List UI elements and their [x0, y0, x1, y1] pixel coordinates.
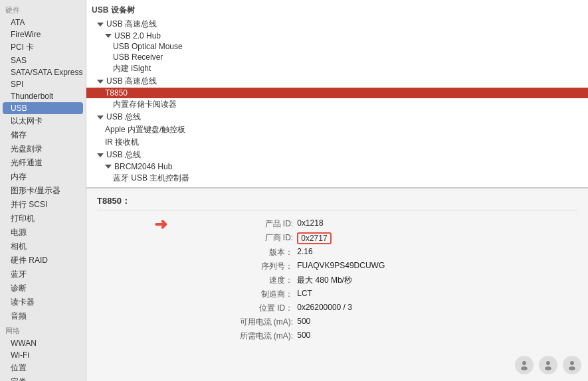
- field-label: 厂商 ID:: [97, 231, 297, 246]
- svg-point-2: [546, 361, 550, 365]
- table-row: 版本： 2.16: [97, 246, 577, 260]
- field-value: 0x1218: [297, 217, 577, 231]
- expand-icon-3: [97, 80, 104, 84]
- sidebar-item-power[interactable]: 电源: [0, 226, 86, 240]
- sidebar-item-printer[interactable]: 打印机: [0, 212, 86, 226]
- sidebar-item-firewire[interactable]: FireWire: [0, 29, 86, 40]
- tree-node-label: USB 高速总线: [106, 76, 157, 87]
- sidebar-item-scsi[interactable]: 并行 SCSI: [0, 198, 86, 212]
- icon-person-1[interactable]: [515, 356, 534, 374]
- field-label: 版本：: [97, 246, 297, 260]
- field-value-highlighted: 0x2717: [297, 231, 577, 246]
- sidebar-item-storage[interactable]: 储存: [0, 128, 86, 142]
- main-content: USB 设备树 USB 高速总线 USB 2.0 Hub USB Optical…: [86, 0, 588, 381]
- tree-leaf-label: 内建 iSight: [113, 63, 151, 74]
- bottom-icons: [515, 356, 581, 374]
- tree-leaf-label: USB Optical Mouse: [113, 42, 183, 51]
- sidebar-item-spi[interactable]: SPI: [0, 78, 86, 90]
- sidebar-item-memory[interactable]: 内存: [0, 170, 86, 184]
- table-row: 产品 ID: 0x1218: [97, 217, 577, 231]
- tree-node-brcm-hub[interactable]: BRCM2046 Hub: [86, 161, 588, 172]
- sidebar-item-thunderbolt[interactable]: Thunderbolt: [0, 90, 86, 102]
- tree-leaf-label: 蓝牙 USB 主机控制器: [113, 173, 189, 184]
- network-section-label: 网络: [0, 323, 86, 337]
- tree-node-label: USB 总线: [106, 112, 141, 123]
- usb-tree-panel: USB 设备树 USB 高速总线 USB 2.0 Hub USB Optical…: [86, 0, 588, 188]
- sidebar-item-fiber[interactable]: 光纤通道: [0, 156, 86, 170]
- tree-node-card-reader[interactable]: 内置存储卡阅读器: [86, 98, 588, 111]
- field-label: 可用电流 (mA):: [97, 315, 297, 329]
- sidebar-item-volumes[interactable]: 宗卷: [0, 375, 86, 381]
- field-value: LCT: [297, 287, 577, 301]
- tree-node-optical-mouse[interactable]: USB Optical Mouse: [86, 41, 588, 52]
- tree-node-label: USB 总线: [106, 149, 141, 161]
- tree-leaf-label: Apple 内置键盘/触控板: [105, 124, 185, 135]
- tree-node-usb-highspeed-2[interactable]: USB 高速总线: [86, 75, 588, 88]
- sidebar-item-cardreader[interactable]: 读卡器: [0, 295, 86, 309]
- hardware-section-label: 硬件: [0, 3, 86, 17]
- tree-node-label: USB 高速总线: [106, 19, 157, 30]
- table-row: 可用电流 (mA): 500: [97, 315, 577, 329]
- tree-node-usb-bus-1[interactable]: USB 总线: [86, 111, 588, 123]
- sidebar-item-sata[interactable]: SATA/SATA Express: [0, 66, 86, 78]
- table-row: 所需电流 (mA): 500: [97, 329, 577, 343]
- field-value: 最大 480 Mb/秒: [297, 273, 577, 287]
- detail-table: 产品 ID: 0x1218 厂商 ID: 0x2717 版本： 2.16: [97, 217, 577, 343]
- table-row: 位置 ID： 0x26200000 / 3: [97, 301, 577, 315]
- field-value: FUAQVK9PS49DCUWG: [297, 260, 577, 273]
- sidebar: 硬件 ATA FireWire PCI 卡 SAS SATA/SATA Expr…: [0, 0, 86, 381]
- field-value: 500: [297, 329, 577, 343]
- red-arrow-indicator: ➜: [154, 216, 167, 232]
- detail-title: T8850：: [97, 195, 577, 210]
- svg-point-1: [521, 366, 528, 370]
- sidebar-item-camera[interactable]: 相机: [0, 240, 86, 254]
- tree-node-usb2hub[interactable]: USB 2.0 Hub: [86, 31, 588, 41]
- detail-panel: ➜ T8850： 产品 ID: 0x1218 厂商 ID: 0x2717: [86, 189, 588, 381]
- sidebar-item-ethernet[interactable]: 以太网卡: [0, 114, 86, 128]
- sidebar-item-graphics[interactable]: 图形卡/显示器: [0, 184, 86, 198]
- tree-leaf-label: USB Receiver: [113, 52, 163, 62]
- field-label: 速度：: [97, 273, 297, 287]
- tree-leaf-label: IR 接收机: [105, 137, 139, 148]
- sidebar-item-disc[interactable]: 光盘刻录: [0, 142, 86, 156]
- tree-node-label: BRCM2046 Hub: [114, 162, 172, 171]
- tree-leaf-label: 内置存储卡阅读器: [113, 99, 177, 110]
- sidebar-item-bluetooth[interactable]: 蓝牙: [0, 267, 86, 281]
- sidebar-item-sas[interactable]: SAS: [0, 54, 86, 66]
- field-label: 位置 ID：: [97, 301, 297, 315]
- tree-node-bt-controller[interactable]: 蓝牙 USB 主机控制器: [86, 172, 588, 185]
- expand-icon-5: [97, 153, 104, 157]
- svg-point-4: [570, 361, 574, 365]
- sidebar-item-usb[interactable]: USB: [3, 102, 83, 114]
- field-label: 制造商：: [97, 287, 297, 301]
- tree-node-usb-bus-2[interactable]: USB 总线: [86, 149, 588, 161]
- icon-person-3[interactable]: [563, 356, 581, 374]
- tree-node-usb-highspeed-1[interactable]: USB 高速总线: [86, 18, 588, 31]
- tree-node-t8850[interactable]: T8850: [86, 88, 588, 98]
- sidebar-item-pci[interactable]: PCI 卡: [0, 40, 86, 54]
- sidebar-item-diagnostics[interactable]: 诊断: [0, 281, 86, 295]
- icon-person-2[interactable]: [539, 356, 557, 374]
- sidebar-item-wwan[interactable]: WWAN: [0, 337, 86, 349]
- sidebar-item-audio[interactable]: 音频: [0, 309, 86, 323]
- tree-leaf-label: T8850: [105, 88, 128, 98]
- tree-node-ir[interactable]: IR 接收机: [86, 136, 588, 149]
- tree-title: USB 设备树: [86, 3, 588, 18]
- table-row: 制造商： LCT: [97, 287, 577, 301]
- table-row: 速度： 最大 480 Mb/秒: [97, 273, 577, 287]
- sidebar-item-location[interactable]: 位置: [0, 361, 86, 375]
- sidebar-item-ata[interactable]: ATA: [0, 17, 86, 29]
- sidebar-item-wifi[interactable]: Wi-Fi: [0, 349, 86, 361]
- field-label: 序列号：: [97, 260, 297, 273]
- svg-point-0: [522, 361, 526, 365]
- expand-icon-4: [97, 115, 104, 119]
- sidebar-item-raid[interactable]: 硬件 RAID: [0, 254, 86, 267]
- field-label: 产品 ID:: [97, 217, 297, 231]
- tree-node-isight[interactable]: 内建 iSight: [86, 62, 588, 75]
- tree-node-usb-receiver[interactable]: USB Receiver: [86, 52, 588, 62]
- tree-node-keyboard[interactable]: Apple 内置键盘/触控板: [86, 123, 588, 136]
- svg-point-5: [569, 366, 575, 370]
- field-label: 所需电流 (mA):: [97, 329, 297, 343]
- expand-icon-2: [105, 34, 112, 38]
- field-value: 0x26200000 / 3: [297, 301, 577, 315]
